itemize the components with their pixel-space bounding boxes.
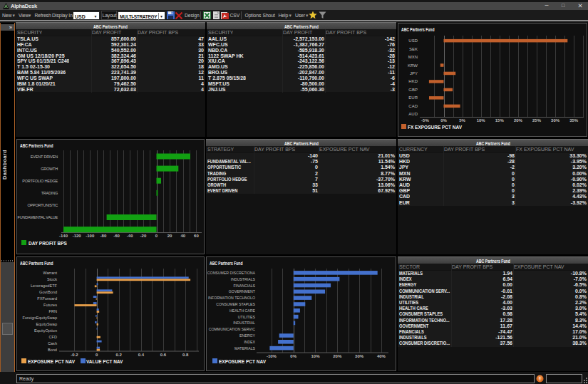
svg-text:FRN: FRN	[49, 309, 58, 313]
svg-text:EquityOption: EquityOption	[34, 328, 57, 333]
svg-text:GOVERNMENT: GOVERNMENT	[229, 289, 256, 294]
svg-text:0%: 0%	[440, 118, 447, 123]
svg-text:25%: 25%	[532, 118, 542, 123]
svg-text:COMMUNICATION SERVIC: COMMUNICATION SERVIC	[209, 327, 255, 331]
svg-text:20: 20	[167, 234, 172, 238]
svg-text:EXPOSURE PCT NAV: EXPOSURE PCT NAV	[219, 359, 267, 364]
svg-text:DAY PROFIT BPS: DAY PROFIT BPS	[29, 241, 67, 246]
svg-text:-40: -40	[127, 234, 133, 238]
svg-text:Bond: Bond	[48, 348, 57, 352]
svg-text:0: 0	[155, 234, 158, 238]
svg-text:Cash: Cash	[48, 341, 57, 346]
svg-text:0.8: 0.8	[182, 353, 189, 357]
svg-text:INDEX: INDEX	[244, 340, 255, 344]
svg-text:-5%: -5%	[421, 118, 429, 123]
svg-text:60: 60	[194, 234, 199, 238]
svg-text:SEK: SEK	[409, 47, 418, 51]
svg-text:0: 0	[96, 353, 98, 357]
svg-text:MXN: MXN	[408, 55, 418, 59]
svg-text:ENERGY: ENERGY	[239, 333, 255, 338]
svg-text:Warrant: Warrant	[43, 271, 57, 275]
svg-text:-100: -100	[86, 234, 95, 238]
svg-text:-10%: -10%	[267, 354, 277, 358]
svg-text:AUD: AUD	[408, 112, 418, 116]
svg-text:20%: 20%	[514, 118, 523, 123]
svg-text:OPPORTUNISTIC: OPPORTUNISTIC	[27, 203, 58, 207]
svg-text:-60: -60	[113, 234, 120, 238]
svg-text:HKD: HKD	[408, 79, 418, 83]
svg-text:35%: 35%	[569, 118, 579, 123]
svg-text:0.6: 0.6	[160, 353, 167, 357]
svg-text:TRADING: TRADING	[41, 191, 58, 195]
svg-text:-80: -80	[100, 234, 107, 238]
svg-text:LeveragedETF: LeveragedETF	[31, 284, 58, 288]
svg-text:INDUSTRIAL: INDUSTRIAL	[233, 321, 255, 325]
svg-text:INDUSTRIALS: INDUSTRIALS	[231, 277, 256, 281]
svg-text:EXPOSURE PCT NAV: EXPOSURE PCT NAV	[28, 359, 76, 364]
svg-text:15%: 15%	[495, 118, 505, 123]
svg-text:EVENT DRIVEN: EVENT DRIVEN	[31, 155, 58, 159]
svg-text:KRW: KRW	[408, 63, 418, 68]
svg-text:-120: -120	[73, 234, 82, 238]
svg-text:HEALTH CARE: HEALTH CARE	[229, 308, 255, 313]
svg-text:30%: 30%	[355, 354, 364, 358]
svg-text:UTILITIES: UTILITIES	[238, 315, 256, 319]
svg-text:-140: -140	[59, 234, 68, 238]
svg-text:-20: -20	[140, 234, 147, 238]
svg-text:FX EXPOSURE PCT NAV: FX EXPOSURE PCT NAV	[408, 125, 463, 130]
svg-text:40: 40	[180, 234, 185, 238]
svg-text:JPY: JPY	[410, 71, 418, 76]
svg-text:USD: USD	[408, 38, 418, 43]
svg-text:EUR: EUR	[408, 95, 418, 100]
svg-text:INFORMATION TECHNOLO: INFORMATION TECHNOLO	[208, 296, 255, 300]
svg-text:CONSUMER DISCRETIONA: CONSUMER DISCRETIONA	[207, 271, 256, 275]
svg-text:0%: 0%	[290, 354, 296, 358]
svg-text:GBP: GBP	[408, 88, 418, 92]
svg-text:5%: 5%	[459, 118, 465, 123]
svg-text:10%: 10%	[311, 354, 320, 358]
svg-text:MATERIALS: MATERIALS	[234, 346, 256, 351]
svg-text:ForeignEquitySwap: ForeignEquitySwap	[22, 316, 57, 320]
svg-text:10%: 10%	[477, 118, 486, 123]
svg-text:Futures: Futures	[43, 303, 57, 307]
svg-text:-0.2: -0.2	[71, 353, 78, 357]
svg-text:CFD: CFD	[49, 335, 58, 339]
svg-text:Stock: Stock	[47, 277, 57, 281]
svg-text:FXForward: FXForward	[37, 296, 57, 301]
svg-text:CAD: CAD	[408, 104, 418, 108]
svg-text:EquitySwap: EquitySwap	[36, 322, 57, 326]
svg-text:FINANCIALS: FINANCIALS	[233, 284, 255, 288]
svg-text:40%: 40%	[377, 354, 386, 358]
svg-text:GROWTH: GROWTH	[41, 167, 58, 171]
svg-text:GovtBond: GovtBond	[39, 290, 57, 294]
svg-text:PORTFOLIO HEDGE: PORTFOLIO HEDGE	[22, 179, 58, 183]
svg-text:30%: 30%	[551, 118, 560, 123]
svg-text:20%: 20%	[333, 354, 342, 358]
svg-text:!: !	[539, 375, 541, 382]
svg-text:VALUE PCT NAV: VALUE PCT NAV	[86, 359, 123, 364]
svg-text:0.4: 0.4	[138, 353, 145, 357]
svg-text:0.2: 0.2	[116, 353, 123, 357]
svg-text:CONSUMER STAPLES: CONSUMER STAPLES	[216, 302, 255, 306]
svg-text:FUNDAMENTAL VALUE: FUNDAMENTAL VALUE	[18, 215, 58, 219]
